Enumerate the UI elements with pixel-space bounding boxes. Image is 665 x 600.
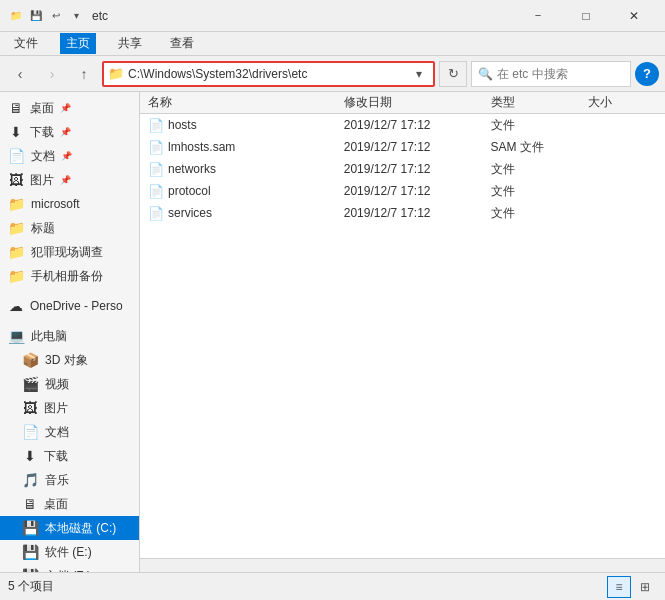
sidebar-item-pictures2[interactable]: 🖼 图片 [0,396,139,420]
refresh-button[interactable]: ↻ [439,61,467,87]
sidebar-item-label: 此电脑 [31,328,67,345]
table-row[interactable]: 📄 protocol 2019/12/7 17:12 文件 [140,180,665,202]
ribbon-share[interactable]: 共享 [112,33,148,54]
title-bar-save-icon: 💾 [28,8,44,24]
sidebar-item-phone-backup[interactable]: 📁 手机相册备份 [0,264,139,288]
col-header-size[interactable]: 大小 [588,94,657,111]
desktop-icon: 🖥 [8,100,24,116]
folder-title-icon: 📁 [8,220,25,236]
sidebar-item-downloads[interactable]: ⬇ 下载 📌 [0,120,139,144]
address-bar-input[interactable] [128,67,409,81]
table-row[interactable]: 📄 networks 2019/12/7 17:12 文件 [140,158,665,180]
folder-crime-icon: 📁 [8,244,25,260]
file-type: 文件 [491,161,589,178]
title-bar: 📁 💾 ↩ ▾ etc － □ ✕ [0,0,665,32]
sidebar-item-onedrive[interactable]: ☁ OneDrive - Perso [0,294,139,318]
sidebar-item-crime-scene[interactable]: 📁 犯罪现场调查 [0,240,139,264]
minimize-button[interactable]: － [515,1,561,31]
sidebar-item-label: 标题 [31,220,55,237]
sidebar-item-label: 本地磁盘 (C:) [45,520,116,537]
address-bar-dropdown[interactable]: ▾ [409,67,429,81]
title-bar-icons: 📁 💾 ↩ ▾ [8,8,84,24]
folder-phone-icon: 📁 [8,268,25,284]
pictures2-icon: 🖼 [22,400,38,416]
search-input[interactable] [497,67,624,81]
title-bar-undo-icon: ↩ [48,8,64,24]
sidebar-item-video[interactable]: 🎬 视频 [0,372,139,396]
sidebar-item-documents[interactable]: 📄 文档 📌 [0,144,139,168]
document-icon: 📄 [8,148,25,164]
file-icon: 📄 [148,118,164,133]
sidebar-item-title[interactable]: 📁 标题 [0,216,139,240]
file-icon: 📄 [148,140,164,155]
file-name: 📄 services [148,206,344,221]
col-header-name[interactable]: 名称 [148,94,344,111]
sidebar-item-label: OneDrive - Perso [30,299,123,313]
ribbon-home[interactable]: 主页 [60,33,96,54]
title-bar-folder-icon: 📁 [8,8,24,24]
drive-f-icon: 💾 [22,568,39,572]
sidebar-item-label: 桌面 [30,100,54,117]
sidebar-item-downloads2[interactable]: ⬇ 下载 [0,444,139,468]
ribbon-view[interactable]: 查看 [164,33,200,54]
sidebar-item-documents2[interactable]: 📄 文档 [0,420,139,444]
grid-view-button[interactable]: ⊞ [633,576,657,598]
sidebar-item-label: 桌面 [44,496,68,513]
sidebar-item-label: 手机相册备份 [31,268,103,285]
file-icon: 📄 [148,162,164,177]
desktop2-icon: 🖥 [22,496,38,512]
folder-icon: 📁 [108,66,124,81]
sidebar-item-this-pc[interactable]: 💻 此电脑 [0,324,139,348]
file-type: 文件 [491,117,589,134]
list-view-button[interactable]: ≡ [607,576,631,598]
ribbon-file[interactable]: 文件 [8,33,44,54]
file-date: 2019/12/7 17:12 [344,206,491,220]
table-row[interactable]: 📄 services 2019/12/7 17:12 文件 [140,202,665,224]
sidebar-item-label: 软件 (E:) [45,544,92,561]
file-date: 2019/12/7 17:12 [344,118,491,132]
maximize-button[interactable]: □ [563,1,609,31]
close-button[interactable]: ✕ [611,1,657,31]
sidebar-item-label: 图片 [44,400,68,417]
sidebar-item-label: 图片 [30,172,54,189]
col-header-date[interactable]: 修改日期 [344,94,491,111]
this-pc-icon: 💻 [8,328,25,344]
video-icon: 🎬 [22,376,39,392]
horizontal-scrollbar[interactable] [140,558,665,572]
3d-objects-icon: 📦 [22,352,39,368]
file-icon: 📄 [148,184,164,199]
view-buttons: ≡ ⊞ [607,576,657,598]
sidebar-item-label: 下载 [44,448,68,465]
table-row[interactable]: 📄 lmhosts.sam 2019/12/7 17:12 SAM 文件 [140,136,665,158]
local-disk-c-icon: 💾 [22,520,39,536]
back-button[interactable]: ‹ [6,60,34,88]
onedrive-icon: ☁ [8,298,24,314]
sidebar-item-local-disk-c[interactable]: 💾 本地磁盘 (C:) [0,516,139,540]
sidebar-item-desktop2[interactable]: 🖥 桌面 [0,492,139,516]
file-date: 2019/12/7 17:12 [344,162,491,176]
sidebar-item-label: microsoft [31,197,80,211]
forward-button[interactable]: › [38,60,66,88]
toolbar: ‹ › ↑ 📁 ▾ ↻ 🔍 ? [0,56,665,92]
up-button[interactable]: ↑ [70,60,98,88]
sidebar-item-pictures[interactable]: 🖼 图片 📌 [0,168,139,192]
file-area: 名称 修改日期 类型 大小 📄 hosts 2019/12/7 17:12 文件… [140,92,665,572]
file-name: 📄 hosts [148,118,344,133]
file-icon: 📄 [148,206,164,221]
sidebar-item-label: 音乐 [45,472,69,489]
file-name: 📄 lmhosts.sam [148,140,344,155]
sidebar-item-drive-f[interactable]: 💾 文档 (F:) [0,564,139,572]
drive-e-icon: 💾 [22,544,39,560]
help-button[interactable]: ? [635,62,659,86]
sidebar-item-desktop[interactable]: 🖥 桌面 📌 [0,96,139,120]
folder-microsoft-icon: 📁 [8,196,25,212]
sidebar-item-music[interactable]: 🎵 音乐 [0,468,139,492]
table-row[interactable]: 📄 hosts 2019/12/7 17:12 文件 [140,114,665,136]
sidebar-item-3d[interactable]: 📦 3D 对象 [0,348,139,372]
sidebar-item-microsoft[interactable]: 📁 microsoft [0,192,139,216]
sidebar-item-drive-e[interactable]: 💾 软件 (E:) [0,540,139,564]
documents2-icon: 📄 [22,424,39,440]
col-header-type[interactable]: 类型 [491,94,589,111]
sidebar-item-label: 文档 [45,424,69,441]
file-type: SAM 文件 [491,139,589,156]
